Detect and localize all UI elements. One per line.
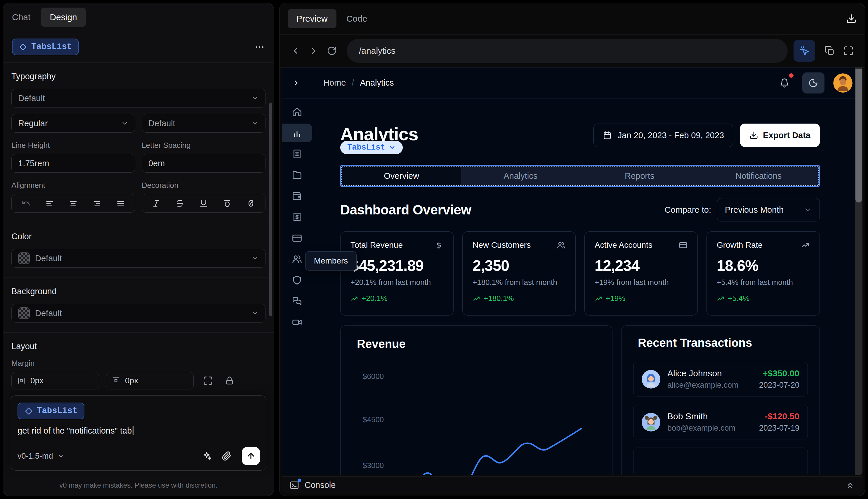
font-size-select[interactable]: Default [142, 114, 265, 133]
overline-icon[interactable] [223, 199, 232, 208]
undo-icon[interactable] [22, 199, 30, 208]
download-icon [749, 131, 758, 139]
selected-component-row: TabsList [3, 31, 274, 63]
transaction-row[interactable]: Alice Johnson alice@example.com +$350.00… [633, 362, 808, 397]
margin-label: Margin [11, 359, 265, 368]
italic-icon[interactable] [152, 199, 161, 208]
transaction-row[interactable]: Bob Smith bob@example.com -$120.50 2023-… [633, 405, 808, 439]
tab-reports[interactable]: Reports [580, 167, 699, 185]
stat-value: $45,231.89 [350, 257, 443, 274]
lock-icon[interactable] [225, 376, 235, 386]
revenue-chart-card: Revenue $6000 $4500 $3000 [340, 326, 612, 475]
scrollbar-thumb[interactable] [855, 69, 862, 203]
tab-overview[interactable]: Overview [342, 167, 461, 185]
transaction-name: Bob Smith [667, 411, 752, 421]
line-height-label: Line Height [11, 141, 135, 150]
align-right-icon[interactable] [92, 199, 101, 208]
credit-card-icon [679, 241, 687, 250]
align-justify-icon[interactable] [116, 199, 125, 208]
transaction-date: 2023-07-19 [759, 424, 799, 433]
transaction-date: 2023-07-20 [759, 381, 799, 390]
rail-wallet[interactable] [282, 187, 312, 205]
margin-y-input[interactable]: 0px [106, 372, 194, 389]
preview-scrollbar[interactable] [855, 68, 863, 475]
building-icon [292, 149, 302, 159]
rail-analytics[interactable] [282, 124, 312, 142]
tab-design[interactable]: Design [41, 8, 86, 27]
rail-cards[interactable] [282, 229, 312, 247]
selected-element-chip[interactable]: TabsList [340, 141, 403, 154]
tab-chat[interactable]: Chat [12, 12, 30, 22]
rail-video[interactable] [282, 313, 312, 332]
composer-text: get rid of the "notifications" tab [17, 426, 132, 435]
component-chip-tabslist[interactable]: TabsList [12, 39, 79, 55]
strikethrough-icon[interactable] [175, 199, 184, 208]
fullscreen-button[interactable] [839, 46, 858, 56]
rail-billing[interactable] [282, 208, 312, 227]
theme-toggle-button[interactable] [802, 72, 824, 94]
letter-spacing-input[interactable]: 0em [142, 154, 265, 173]
inspect-mode-button[interactable] [794, 40, 815, 62]
rail-messages[interactable] [282, 292, 312, 311]
sidebar-toggle-icon[interactable] [292, 78, 300, 87]
analytics-page: Analytics TabsList Jan 20, 2023 - Feb 09… [340, 98, 820, 475]
credit-card-icon [292, 233, 302, 243]
rail-files[interactable] [282, 166, 312, 184]
breadcrumb-home[interactable]: Home [323, 78, 346, 88]
stat-title: New Customers [473, 241, 531, 250]
send-button[interactable] [242, 447, 260, 465]
tab-code[interactable]: Code [346, 14, 368, 24]
chat-composer[interactable]: TabsList get rid of the "notifications" … [10, 395, 267, 471]
no-decoration-icon[interactable] [247, 199, 255, 208]
compare-select[interactable]: Previous Month [717, 198, 820, 221]
color-select[interactable]: Default [11, 249, 265, 268]
composer-chip-tabslist[interactable]: TabsList [17, 403, 84, 419]
background-select[interactable]: Default [11, 304, 265, 322]
refresh-button[interactable] [323, 46, 341, 56]
line-height-input[interactable]: 1.75rem [11, 154, 135, 173]
user-avatar[interactable] [833, 73, 853, 93]
back-button[interactable] [286, 46, 305, 56]
transaction-email: alice@example.com [667, 381, 752, 390]
color-value: Default [35, 254, 62, 263]
panel-scrollbar[interactable] [269, 102, 272, 316]
copy-button[interactable] [820, 46, 839, 56]
rail-organization[interactable] [282, 145, 312, 163]
url-input[interactable]: /analytics [347, 39, 788, 63]
composer-input[interactable]: get rid of the "notifications" tab [17, 426, 259, 436]
sparkles-icon[interactable] [202, 451, 212, 461]
tab-analytics[interactable]: Analytics [461, 167, 580, 185]
console-bar[interactable]: Console [282, 476, 863, 494]
tab-notifications[interactable]: Notifications [699, 167, 818, 185]
font-family-select[interactable]: Default [11, 89, 265, 108]
stat-value: 12,234 [595, 257, 687, 274]
trending-up-icon [350, 295, 358, 302]
download-button[interactable] [846, 13, 857, 24]
forward-button[interactable] [305, 46, 323, 56]
url-value: /analytics [359, 46, 395, 56]
design-panel: Chat Design TabsList Typography Default … [3, 3, 274, 496]
date-range-picker[interactable]: Jan 20, 2023 - Feb 09, 2023 [594, 124, 733, 147]
tab-preview[interactable]: Preview [288, 9, 336, 28]
letter-spacing-value: 0em [148, 159, 165, 168]
margin-x-input[interactable]: 0px [11, 372, 99, 389]
color-section: Color Default [3, 223, 274, 278]
copy-icon [824, 46, 835, 56]
icon-rail [282, 102, 312, 332]
console-expand-button[interactable] [845, 480, 855, 490]
letter-spacing-label: Letter Spacing [142, 141, 265, 150]
notifications-button[interactable] [780, 78, 790, 88]
model-select[interactable]: v0-1.5-md [17, 452, 64, 461]
align-left-icon[interactable] [45, 199, 54, 208]
underline-icon[interactable] [199, 199, 208, 208]
export-data-button[interactable]: Export Data [740, 124, 820, 147]
expand-icon[interactable] [203, 376, 213, 386]
align-center-icon[interactable] [69, 199, 78, 208]
rail-home[interactable] [282, 102, 312, 121]
paperclip-icon[interactable] [222, 451, 232, 461]
more-options-button[interactable] [255, 42, 265, 52]
avatar-image [833, 73, 853, 93]
bell-icon [780, 78, 790, 88]
rail-security[interactable] [282, 271, 312, 290]
font-weight-select[interactable]: Regular [11, 114, 135, 133]
